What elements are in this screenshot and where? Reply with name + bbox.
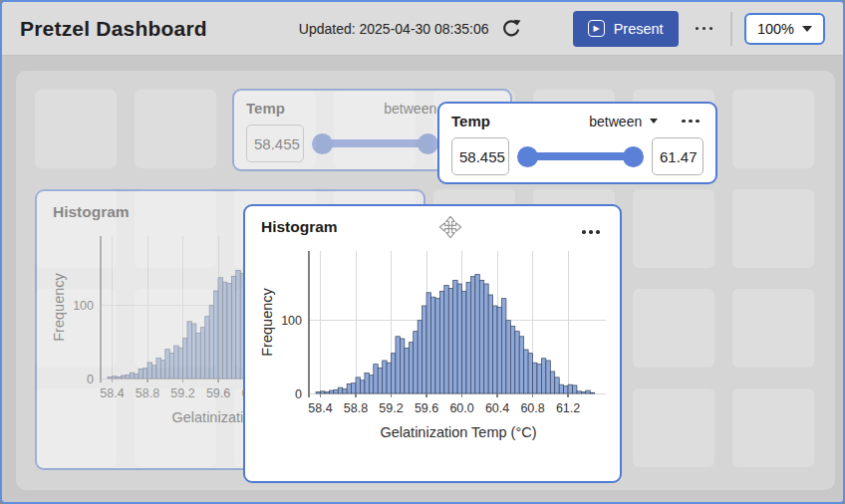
grid-tile (135, 90, 216, 168)
header-more-options-icon[interactable] (692, 21, 717, 37)
grid-tile (633, 388, 714, 467)
operator-label: between (589, 114, 642, 129)
temp-filter-widget[interactable]: Temp between (437, 102, 717, 184)
svg-text:0: 0 (295, 387, 302, 401)
play-icon: ▶ (588, 20, 605, 37)
refresh-icon[interactable] (501, 18, 523, 40)
grid-tile (35, 289, 117, 368)
svg-text:Gelatinization Temp (°C): Gelatinization Temp (°C) (380, 424, 536, 440)
header-bar: Pretzel Dashboard Updated: 2025-04-30 08… (2, 2, 843, 56)
range-slider[interactable] (517, 137, 644, 175)
header-divider (730, 12, 732, 46)
grid-tile (633, 189, 714, 268)
svg-text:Frequency: Frequency (259, 288, 275, 357)
max-value-input[interactable] (652, 137, 704, 175)
svg-text:58.4: 58.4 (308, 401, 332, 415)
grid-tile (135, 189, 216, 268)
histogram-chart: 58.458.859.259.660.060.460.861.20100Gela… (257, 243, 606, 462)
grid-tile (732, 388, 814, 467)
present-button[interactable]: ▶ Present (573, 11, 679, 47)
slider-handle-min[interactable] (517, 146, 538, 167)
grid-tile (732, 289, 814, 368)
grid-tile (732, 189, 814, 268)
chevron-down-icon (802, 26, 812, 32)
filter-title: Temp (451, 113, 490, 129)
zoom-level-value: 100% (757, 21, 794, 37)
svg-text:100: 100 (281, 314, 302, 328)
svg-text:61.2: 61.2 (556, 401, 580, 415)
zoom-level-select[interactable]: 100% (744, 13, 825, 45)
slider-track[interactable] (527, 152, 634, 160)
svg-text:59.6: 59.6 (415, 401, 438, 415)
updated-timestamp: Updated: 2025-04-30 08:35:06 (299, 21, 489, 37)
grid-tile (633, 289, 714, 368)
svg-text:60.4: 60.4 (485, 401, 509, 415)
svg-text:59.2: 59.2 (379, 401, 403, 415)
grid-tile (135, 289, 216, 368)
page-title: Pretzel Dashboard (20, 17, 207, 41)
filter-more-options-icon[interactable] (678, 114, 704, 129)
operator-dropdown[interactable]: between (589, 114, 658, 129)
present-button-label: Present (614, 21, 664, 37)
grid-tile (334, 90, 416, 168)
slider-handle-max[interactable] (623, 146, 644, 167)
svg-text:58.8: 58.8 (344, 401, 368, 415)
min-value-input[interactable] (451, 137, 509, 175)
grid-tile (35, 90, 117, 168)
app-window: Pretzel Dashboard Updated: 2025-04-30 08… (0, 0, 845, 504)
grid-tile (135, 388, 216, 467)
grid-tile (35, 189, 117, 268)
panel-more-options-icon[interactable] (578, 224, 604, 240)
svg-text:60.8: 60.8 (520, 401, 544, 415)
svg-text:60.0: 60.0 (449, 401, 473, 415)
move-handle-icon[interactable] (437, 214, 463, 244)
grid-tile (234, 90, 316, 168)
grid-tile (732, 90, 814, 168)
chevron-down-icon (650, 119, 658, 124)
grid-tile (35, 388, 117, 467)
panel-title: Histogram (261, 218, 338, 236)
histogram-panel[interactable]: Histogram 58.458.859.259.660.060.460.861… (243, 204, 622, 483)
